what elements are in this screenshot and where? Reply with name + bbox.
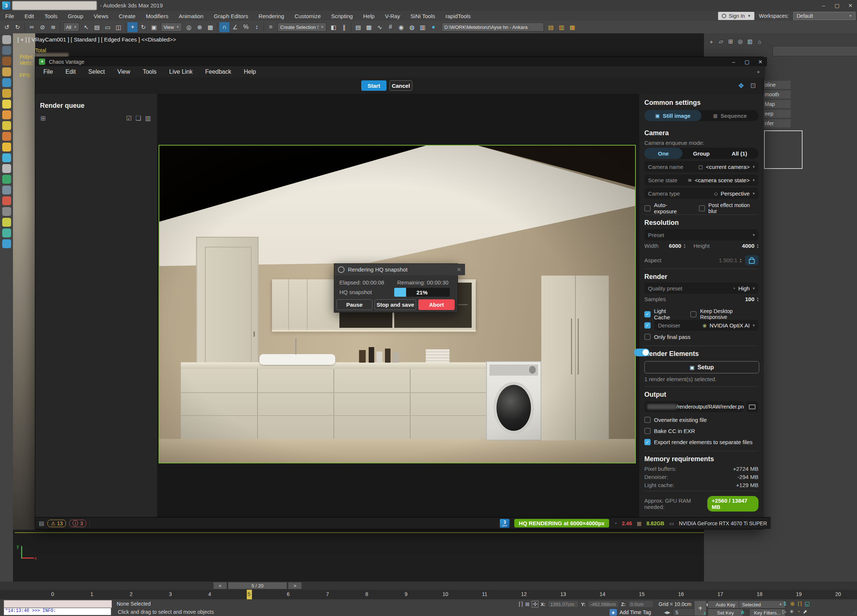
hierarchy-tab-icon[interactable]: ⊞	[726, 37, 735, 46]
max-menu-modifiers[interactable]: Modifiers	[141, 11, 174, 21]
mini-listener-white[interactable]: "14:13:46 >>> INFO:	[4, 608, 111, 615]
errors-badge[interactable]: !3	[69, 520, 86, 527]
vantage-menu-select[interactable]: Select	[82, 68, 111, 75]
selection-lock-icon[interactable]: ⊠	[525, 601, 530, 607]
snap-toggle-icon[interactable]: ∩	[219, 22, 229, 32]
mini-listener-pink[interactable]	[4, 600, 112, 608]
max-menu-create[interactable]: Create	[114, 11, 141, 21]
left-toolbar-icon[interactable]	[2, 110, 11, 119]
modifier-item-fragment[interactable]: oline	[763, 81, 790, 89]
select-scale-icon[interactable]: ▣	[149, 22, 159, 32]
motion-blur-checkbox[interactable]	[699, 205, 705, 212]
set-key-button[interactable]: Set Key	[708, 608, 743, 616]
vantage-menu-file[interactable]: File	[37, 68, 59, 75]
undo-icon[interactable]: ↺	[2, 22, 12, 32]
aspect-spinner[interactable]: ▴▾	[740, 258, 741, 263]
samples-field[interactable]: 100	[745, 296, 754, 302]
enqueue-group-option[interactable]: Group	[682, 148, 721, 159]
fov-icon[interactable]: ▷	[783, 608, 787, 614]
frame-forward-button[interactable]: >	[288, 582, 302, 589]
left-toolbar-icon[interactable]	[2, 67, 11, 76]
render-elements-toggle[interactable]	[634, 349, 650, 356]
left-toolbar-icon[interactable]	[2, 239, 11, 248]
abort-button[interactable]: Abort	[418, 299, 455, 310]
select-by-name-icon[interactable]: ▤	[92, 22, 102, 32]
dialog-close-icon[interactable]: ✕	[456, 266, 461, 273]
enqueue-one-option[interactable]: One	[644, 148, 682, 159]
close-icon[interactable]: ✕	[844, 0, 857, 11]
denoiser-dropdown[interactable]: Denoiser ◉ NVIDIA OptiX AI▾	[654, 320, 758, 331]
select-link-icon[interactable]: ∞	[27, 22, 37, 32]
height-spinner[interactable]: ▴▾	[757, 243, 758, 249]
window-crossing-icon[interactable]: ◫	[113, 22, 124, 32]
vantage-menu-tools[interactable]: Tools	[136, 68, 162, 75]
height-field[interactable]: 4000	[742, 242, 754, 249]
add-time-tag[interactable]: Add Time Tag	[619, 609, 651, 615]
only-final-pass-checkbox[interactable]	[644, 334, 651, 340]
left-toolbar-icon[interactable]	[2, 57, 11, 66]
named-selection-icon[interactable]: ≡	[266, 22, 276, 32]
export-separate-checkbox[interactable]: ✓	[644, 439, 651, 445]
workspaces-dropdown[interactable]: Default▼	[793, 12, 855, 20]
hand-tool-icon[interactable]: ❖	[738, 82, 744, 90]
left-toolbar-icon[interactable]	[2, 132, 11, 141]
still-image-tab[interactable]: ▣Still image	[644, 110, 701, 121]
select-move-icon[interactable]: +	[127, 22, 138, 32]
ribbon-icon[interactable]: ▦	[364, 22, 374, 32]
set-keys-big-button[interactable]: +⚷	[694, 601, 707, 616]
auto-key-button[interactable]: Auto Key	[708, 601, 743, 608]
transform-gizmo-icon[interactable]: ✣	[532, 601, 538, 607]
auto-exposure-checkbox[interactable]	[644, 205, 651, 212]
keep-desktop-checkbox[interactable]	[690, 311, 696, 318]
modifier-item-fragment[interactable]: eep	[763, 110, 790, 118]
max-menu-help[interactable]: Help	[358, 11, 380, 21]
max-menu-graph-editors[interactable]: Graph Editors	[209, 11, 254, 21]
create-tab-icon[interactable]: +	[707, 37, 716, 46]
cancel-button[interactable]: Cancel	[390, 80, 412, 91]
left-toolbar-icon[interactable]	[2, 89, 11, 98]
modifier-item-fragment[interactable]: nfer	[763, 119, 790, 127]
sequence-tab[interactable]: ▦Sequence	[701, 110, 758, 121]
maximize-viewport-icon[interactable]: ⬈	[803, 608, 807, 614]
x-coord-field[interactable]: 1391.07cm	[548, 601, 579, 608]
max-menu-scripting[interactable]: Scripting	[326, 11, 358, 21]
select-all-jobs-icon[interactable]: ☑	[126, 114, 131, 122]
left-toolbar-icon[interactable]	[2, 228, 11, 238]
time-slider-handle[interactable]: 5 / 20	[228, 582, 287, 589]
left-toolbar-icon[interactable]	[2, 121, 11, 130]
curve-editor-icon[interactable]: ∿	[374, 22, 385, 32]
max-menu-animation[interactable]: Animation	[173, 11, 209, 21]
current-frame-field[interactable]: 5	[673, 608, 696, 616]
left-toolbar-icon[interactable]	[2, 207, 11, 216]
modifier-list-bar[interactable]	[772, 46, 857, 56]
mirror-icon[interactable]: ◧	[328, 22, 338, 32]
material-editor-icon[interactable]: ◉	[396, 22, 406, 32]
log-console-icon[interactable]: ▤	[39, 520, 44, 527]
key-filters-button[interactable]: Key Filters...	[749, 608, 786, 616]
layer-manager-icon[interactable]: ▤	[353, 22, 363, 32]
script-new-icon[interactable]: ▦	[567, 22, 577, 32]
left-toolbar-icon[interactable]	[2, 143, 11, 151]
bake-cc-checkbox[interactable]	[644, 428, 651, 434]
left-toolbar-icon[interactable]	[2, 185, 11, 195]
select-object-icon[interactable]: ↖	[81, 22, 91, 32]
max-menu-edit[interactable]: Edit	[19, 11, 39, 21]
left-toolbar-icon[interactable]	[2, 78, 11, 87]
zoom-region-icon[interactable]: ◱	[805, 601, 810, 607]
delete-job-icon[interactable]: ▥	[145, 114, 151, 122]
walk-through-icon[interactable]: ✳	[790, 608, 794, 614]
motion-tab-icon[interactable]: ◎	[735, 37, 745, 46]
vantage-menu-view[interactable]: View	[111, 68, 136, 75]
time-tag-cube-icon[interactable]: ◈	[609, 609, 617, 616]
width-field[interactable]: 6000	[669, 242, 681, 249]
frame-back-button[interactable]: <	[213, 582, 227, 589]
resize-grip[interactable]: ⋰	[852, 611, 856, 615]
script-run-icon[interactable]: ▤	[546, 22, 556, 32]
utilities-tab-icon[interactable]: ⌂	[755, 37, 764, 46]
max-menu-sini-tools[interactable]: SiNi Tools	[405, 11, 440, 21]
denoiser-checkbox[interactable]: ✓	[644, 322, 651, 329]
sign-in-button[interactable]: Sign In▼	[718, 12, 755, 20]
render-setup-icon[interactable]: ◍	[407, 22, 417, 32]
angle-snap-icon[interactable]: ∠	[230, 22, 240, 32]
selection-filter-dropdown[interactable]: All▼	[63, 23, 79, 31]
